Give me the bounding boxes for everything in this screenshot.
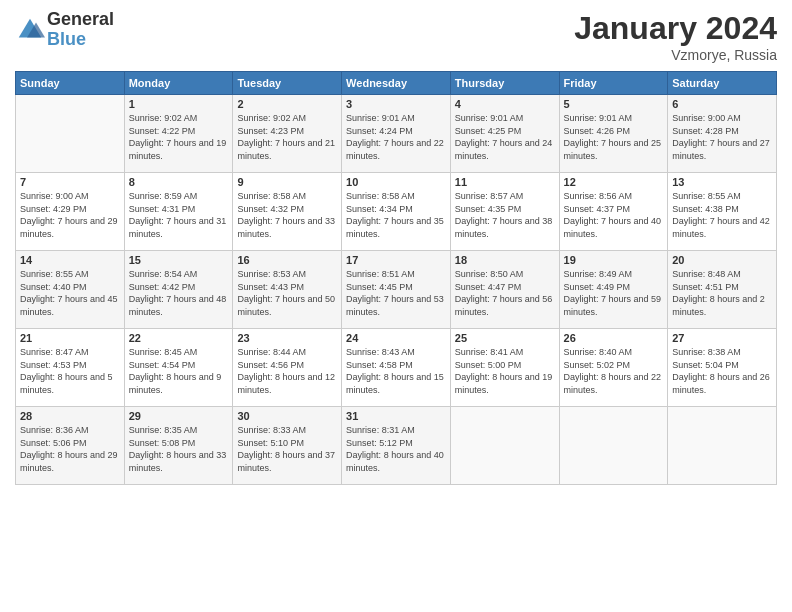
sunset-text: Sunset: 4:58 PM — [346, 360, 413, 370]
daylight-text: Daylight: 7 hours and 48 minutes. — [129, 294, 227, 317]
daylight-text: Daylight: 8 hours and 15 minutes. — [346, 372, 444, 395]
calendar-cell: 22Sunrise: 8:45 AMSunset: 4:54 PMDayligh… — [124, 329, 233, 407]
day-number: 22 — [129, 332, 229, 344]
daylight-text: Daylight: 8 hours and 22 minutes. — [564, 372, 662, 395]
day-info: Sunrise: 8:57 AMSunset: 4:35 PMDaylight:… — [455, 190, 555, 240]
day-info: Sunrise: 9:01 AMSunset: 4:25 PMDaylight:… — [455, 112, 555, 162]
daylight-text: Daylight: 7 hours and 29 minutes. — [20, 216, 118, 239]
day-info: Sunrise: 8:48 AMSunset: 4:51 PMDaylight:… — [672, 268, 772, 318]
header-friday: Friday — [559, 72, 668, 95]
calendar-header: Sunday Monday Tuesday Wednesday Thursday… — [16, 72, 777, 95]
day-info: Sunrise: 8:38 AMSunset: 5:04 PMDaylight:… — [672, 346, 772, 396]
calendar-cell: 27Sunrise: 8:38 AMSunset: 5:04 PMDayligh… — [668, 329, 777, 407]
logo: General Blue — [15, 10, 114, 50]
sunset-text: Sunset: 4:28 PM — [672, 126, 739, 136]
daylight-text: Daylight: 8 hours and 26 minutes. — [672, 372, 770, 395]
sunrise-text: Sunrise: 8:58 AM — [237, 191, 306, 201]
day-info: Sunrise: 8:59 AMSunset: 4:31 PMDaylight:… — [129, 190, 229, 240]
sunset-text: Sunset: 5:12 PM — [346, 438, 413, 448]
day-number: 3 — [346, 98, 446, 110]
sunset-text: Sunset: 4:56 PM — [237, 360, 304, 370]
sunrise-text: Sunrise: 8:48 AM — [672, 269, 741, 279]
calendar-cell — [16, 95, 125, 173]
daylight-text: Daylight: 7 hours and 31 minutes. — [129, 216, 227, 239]
sunset-text: Sunset: 4:22 PM — [129, 126, 196, 136]
calendar-cell: 17Sunrise: 8:51 AMSunset: 4:45 PMDayligh… — [342, 251, 451, 329]
title-block: January 2024 Vzmorye, Russia — [574, 10, 777, 63]
calendar-table: Sunday Monday Tuesday Wednesday Thursday… — [15, 71, 777, 485]
daylight-text: Daylight: 8 hours and 29 minutes. — [20, 450, 118, 473]
sunrise-text: Sunrise: 8:54 AM — [129, 269, 198, 279]
sunrise-text: Sunrise: 8:36 AM — [20, 425, 89, 435]
sunrise-text: Sunrise: 8:58 AM — [346, 191, 415, 201]
day-number: 11 — [455, 176, 555, 188]
sunrise-text: Sunrise: 8:44 AM — [237, 347, 306, 357]
header: General Blue January 2024 Vzmorye, Russi… — [15, 10, 777, 63]
calendar-cell — [450, 407, 559, 485]
day-number: 25 — [455, 332, 555, 344]
day-info: Sunrise: 8:50 AMSunset: 4:47 PMDaylight:… — [455, 268, 555, 318]
sunrise-text: Sunrise: 9:00 AM — [20, 191, 89, 201]
daylight-text: Daylight: 8 hours and 19 minutes. — [455, 372, 553, 395]
calendar-cell: 29Sunrise: 8:35 AMSunset: 5:08 PMDayligh… — [124, 407, 233, 485]
sunrise-text: Sunrise: 8:40 AM — [564, 347, 633, 357]
calendar-cell: 15Sunrise: 8:54 AMSunset: 4:42 PMDayligh… — [124, 251, 233, 329]
daylight-text: Daylight: 7 hours and 56 minutes. — [455, 294, 553, 317]
header-thursday: Thursday — [450, 72, 559, 95]
sunrise-text: Sunrise: 9:01 AM — [564, 113, 633, 123]
sunset-text: Sunset: 5:08 PM — [129, 438, 196, 448]
sunrise-text: Sunrise: 8:49 AM — [564, 269, 633, 279]
day-number: 16 — [237, 254, 337, 266]
day-info: Sunrise: 8:35 AMSunset: 5:08 PMDaylight:… — [129, 424, 229, 474]
sunset-text: Sunset: 4:47 PM — [455, 282, 522, 292]
logo-text: General Blue — [47, 10, 114, 50]
calendar-cell: 28Sunrise: 8:36 AMSunset: 5:06 PMDayligh… — [16, 407, 125, 485]
daylight-text: Daylight: 8 hours and 5 minutes. — [20, 372, 113, 395]
sunrise-text: Sunrise: 8:35 AM — [129, 425, 198, 435]
sunrise-text: Sunrise: 8:47 AM — [20, 347, 89, 357]
sunrise-text: Sunrise: 8:45 AM — [129, 347, 198, 357]
sunrise-text: Sunrise: 9:02 AM — [237, 113, 306, 123]
sunrise-text: Sunrise: 8:33 AM — [237, 425, 306, 435]
daylight-text: Daylight: 7 hours and 22 minutes. — [346, 138, 444, 161]
sunset-text: Sunset: 4:24 PM — [346, 126, 413, 136]
daylight-text: Daylight: 8 hours and 9 minutes. — [129, 372, 222, 395]
sunrise-text: Sunrise: 8:41 AM — [455, 347, 524, 357]
daylight-text: Daylight: 7 hours and 45 minutes. — [20, 294, 118, 317]
day-number: 29 — [129, 410, 229, 422]
calendar-cell: 13Sunrise: 8:55 AMSunset: 4:38 PMDayligh… — [668, 173, 777, 251]
page: General Blue January 2024 Vzmorye, Russi… — [0, 0, 792, 612]
day-number: 30 — [237, 410, 337, 422]
day-info: Sunrise: 8:41 AMSunset: 5:00 PMDaylight:… — [455, 346, 555, 396]
calendar-week-3: 21Sunrise: 8:47 AMSunset: 4:53 PMDayligh… — [16, 329, 777, 407]
daylight-text: Daylight: 7 hours and 19 minutes. — [129, 138, 227, 161]
daylight-text: Daylight: 7 hours and 38 minutes. — [455, 216, 553, 239]
sunset-text: Sunset: 4:31 PM — [129, 204, 196, 214]
sunset-text: Sunset: 4:40 PM — [20, 282, 87, 292]
sunrise-text: Sunrise: 8:38 AM — [672, 347, 741, 357]
header-tuesday: Tuesday — [233, 72, 342, 95]
sunset-text: Sunset: 4:45 PM — [346, 282, 413, 292]
sunset-text: Sunset: 5:10 PM — [237, 438, 304, 448]
daylight-text: Daylight: 8 hours and 12 minutes. — [237, 372, 335, 395]
calendar-cell: 4Sunrise: 9:01 AMSunset: 4:25 PMDaylight… — [450, 95, 559, 173]
day-number: 13 — [672, 176, 772, 188]
calendar-cell: 30Sunrise: 8:33 AMSunset: 5:10 PMDayligh… — [233, 407, 342, 485]
sunset-text: Sunset: 4:54 PM — [129, 360, 196, 370]
sunset-text: Sunset: 4:49 PM — [564, 282, 631, 292]
sunrise-text: Sunrise: 9:00 AM — [672, 113, 741, 123]
daylight-text: Daylight: 7 hours and 27 minutes. — [672, 138, 770, 161]
sunset-text: Sunset: 5:04 PM — [672, 360, 739, 370]
day-number: 14 — [20, 254, 120, 266]
sunset-text: Sunset: 5:06 PM — [20, 438, 87, 448]
day-number: 8 — [129, 176, 229, 188]
day-info: Sunrise: 8:49 AMSunset: 4:49 PMDaylight:… — [564, 268, 664, 318]
day-number: 10 — [346, 176, 446, 188]
calendar-cell: 3Sunrise: 9:01 AMSunset: 4:24 PMDaylight… — [342, 95, 451, 173]
sunset-text: Sunset: 4:51 PM — [672, 282, 739, 292]
header-monday: Monday — [124, 72, 233, 95]
day-info: Sunrise: 8:58 AMSunset: 4:34 PMDaylight:… — [346, 190, 446, 240]
day-info: Sunrise: 8:44 AMSunset: 4:56 PMDaylight:… — [237, 346, 337, 396]
daylight-text: Daylight: 7 hours and 53 minutes. — [346, 294, 444, 317]
day-number: 24 — [346, 332, 446, 344]
